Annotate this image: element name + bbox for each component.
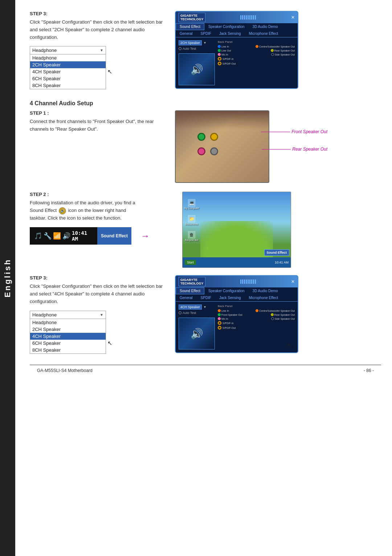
gb-tab-3d-demo-4ch[interactable]: 3D Audio Demo	[249, 287, 282, 294]
port-yellow	[210, 133, 218, 141]
gb-tab-general-2ch[interactable]: General	[176, 30, 197, 37]
desktop-sound-effect-popup: Sound Effect	[264, 249, 290, 256]
bp-jack-side-4ch	[271, 317, 274, 320]
bp-spdif-in-row-4ch: S/PDIF-In	[218, 321, 295, 325]
desktop-start-button[interactable]: Start	[185, 260, 196, 265]
gb-auto-test-4ch: Auto Test	[179, 311, 215, 315]
footer-left: GA-M55SLI-S4 Motherboard	[37, 368, 93, 373]
bp-linein-label-2ch: Line In	[221, 45, 229, 48]
speaker-dropdown-4ch[interactable]: Headphone ▼ Headphone 2CH Speaker 4CH Sp…	[30, 311, 106, 354]
gb-back-panel-title-4ch: Back Panel	[218, 304, 295, 308]
bp-jack-linein-2ch	[218, 45, 221, 48]
bp-spdif-in-jack-2ch	[218, 57, 221, 61]
gb-tab-jack-2ch[interactable]: Jack Sensing	[215, 30, 245, 37]
bp-jack-lineout-2ch	[218, 49, 221, 52]
gb-tab-mic-2ch[interactable]: Microphone Effect	[245, 30, 282, 37]
gb-close-button-2ch[interactable]: ✕	[291, 15, 295, 20]
gb-radio-auto-test-2ch[interactable]	[179, 47, 181, 50]
bp-row-1-2ch: Line In Centre/Subwoofer Speaker Out	[218, 45, 295, 48]
bp-jack-mic-2ch	[218, 53, 221, 56]
footer-right: - 86 -	[364, 368, 374, 373]
gb-tab-mic-4ch[interactable]: Microphone Effect	[245, 294, 282, 301]
gb-titlebar-4ch: GIGABYTETECHNOLOGY ✕	[176, 276, 298, 287]
dropdown-item-2ch-4ch[interactable]: 2CH Speaker	[30, 326, 106, 333]
gb-right-2ch: Back Panel Line In Centre/Subwoofer Spea…	[218, 40, 295, 85]
gb-image-area-2ch: 🔊	[179, 53, 215, 85]
gb-radio-auto-test-4ch[interactable]	[179, 311, 181, 314]
gb-close-button-4ch[interactable]: ✕	[291, 279, 295, 284]
gb-tab-speaker-config-4ch[interactable]: Speaker Configuration	[204, 287, 249, 294]
gb-right-4ch: Back Panel Line In Centre/Subwoofer Spea…	[218, 304, 295, 349]
port-front-speaker	[197, 133, 205, 141]
dropdown-item-8ch-speaker-2[interactable]: 8CH Speaker	[30, 82, 106, 89]
bp-spdif-in-label-2ch: S/PDIF-In	[222, 58, 234, 60]
dropdown-item-6ch-speaker-2[interactable]: 6CH Speaker	[30, 75, 106, 82]
desktop-icon-3: 🗑 Recycle Bin	[184, 231, 199, 241]
cursor-icon-4ch: ↖	[107, 340, 112, 347]
step1-4ch-text: STEP 1 : Connect the front channels to "…	[30, 110, 168, 138]
dropdown-item-6ch-4ch[interactable]: 6CH Speaker ↖	[30, 340, 106, 347]
gb-speaker-select-2ch[interactable]: 2CH Speaker ▼	[179, 40, 215, 45]
speaker-dropdown-2ch[interactable]: Headphone ▼ Headphone 2CH Speaker 4CH Sp…	[30, 46, 106, 89]
dropdown-item-headphone-2ch[interactable]: Headphone	[30, 54, 106, 61]
gb-tab-jack-4ch[interactable]: Jack Sensing	[215, 294, 245, 301]
gb-tab-3d-demo-2ch[interactable]: 3D Audio Demo	[249, 23, 282, 30]
bp-spdif-out-label-4ch: S/PDIF-Out	[222, 327, 236, 329]
bp-linein-label-4ch: Line In	[221, 310, 229, 312]
footer: GA-M55SLI-S4 Motherboard - 86 -	[30, 365, 381, 376]
bp-center-label-2ch: Centre/Subwoofer Speaker Out	[259, 45, 295, 48]
bp-lineout-label-2ch: Line Out	[221, 49, 231, 52]
section-4ch-heading: 4 Channel Audio Setup	[30, 100, 381, 107]
dropdown-item-2ch-speaker[interactable]: 2CH Speaker	[30, 61, 106, 68]
gb-tab-spdif-2ch[interactable]: SPDIF	[197, 30, 215, 37]
gb-tab-speaker-config-2ch[interactable]: Speaker Configuration	[204, 23, 249, 30]
gb-tab-general-4ch[interactable]: General	[176, 294, 197, 301]
gb-select-value-4ch[interactable]: 4CH Speaker	[179, 304, 202, 310]
d-icon-label-1: My Computer	[184, 207, 199, 209]
gb-body-2ch: 2CH Speaker ▼ Auto Test 🔊 Back Panel	[176, 37, 298, 88]
gb-tabs-2ch: Sound Effect Speaker Configuration 3D Au…	[176, 23, 298, 37]
gb-tab-sound-effect-2ch[interactable]: Sound Effect	[176, 23, 204, 30]
d-icon-label-2: Documents	[185, 223, 198, 225]
gigabyte-logo-2ch: GIGABYTETECHNOLOGY	[179, 13, 205, 22]
desktop-icons: 💻 My Computer 📁 Documents 🗑 Recycle Bin	[184, 199, 199, 241]
bp-spdif-out-row-2ch: S/PDIF-Out	[218, 62, 295, 65]
gb-select-value-2ch[interactable]: 2CH Speaker	[179, 40, 202, 45]
gb-tab-spdif-4ch[interactable]: SPDIF	[197, 294, 215, 301]
sound-effect-arrow: →	[141, 231, 150, 241]
cursor-4ch-panel: ↖	[287, 342, 292, 348]
taskbar-sound-effect-label: Sound Effect	[97, 227, 131, 245]
bp-spdif-in-jack-4ch	[218, 321, 221, 325]
gb-title-decoration-4ch	[208, 279, 288, 284]
gigabyte-logo-4ch: GIGABYTETECHNOLOGY	[179, 277, 205, 286]
dropdown-item-headphone-4ch[interactable]: Headphone	[30, 319, 106, 326]
gb-titlebar-2ch: GIGABYTETECHNOLOGY ✕	[176, 12, 298, 23]
gb-speaker-select-4ch[interactable]: 4CH Speaker ▼	[179, 304, 215, 310]
bp-jack-rear-4ch	[271, 313, 274, 316]
dropdown-selected-2ch: Headphone	[32, 48, 57, 53]
dropdown-header-2ch[interactable]: Headphone ▼	[30, 46, 106, 54]
sound-effect-icon: 🔊	[59, 207, 66, 214]
gb-body-4ch: 4CH Speaker ▼ Auto Test 🔊 Back Panel	[176, 302, 298, 352]
dropdown-item-8ch-4ch[interactable]: 8CH Speaker	[30, 347, 106, 353]
speaker-visual-4ch: 🔊	[191, 328, 203, 340]
desktop-taskbar-bottom: Start 10:41 AM	[183, 257, 291, 267]
gb-select-arrow-4ch: ▼	[203, 305, 207, 309]
step3-2ch-section: STEP 3: Click "Speaker Configuration" th…	[30, 11, 381, 89]
d-icon-box-1: 💻	[188, 199, 195, 207]
gb-auto-test-label-2ch: Auto Test	[183, 47, 196, 50]
step3-2ch-text: STEP 3: Click "Speaker Configuration" th…	[30, 11, 168, 89]
port-rear-speaker	[197, 147, 205, 155]
front-speaker-line	[261, 132, 290, 132]
gb-tab-sound-effect-4ch[interactable]: Sound Effect	[176, 287, 204, 294]
sidebar-label: English	[3, 258, 12, 297]
bp-center-label-4ch: Centre/Subwoofer Speaker Out	[259, 310, 295, 312]
dropdown-header-4ch[interactable]: Headphone ▼	[30, 311, 106, 319]
gb-back-panel-title-2ch: Back Panel	[218, 40, 295, 44]
dropdown-item-4ch-speaker-2[interactable]: 4CH Speaker ↖	[30, 68, 106, 75]
bp-spdif-in-label-4ch: S/PDIF-In	[222, 322, 234, 324]
bp-jack-side-2ch	[271, 53, 274, 56]
taskbar-icon-1: 🎵	[34, 232, 42, 240]
gigabyte-panel-4ch: GIGABYTETECHNOLOGY ✕ Sound Effect Speake…	[175, 275, 298, 353]
dropdown-item-4ch-speaker[interactable]: 4CH Speaker	[30, 333, 106, 340]
